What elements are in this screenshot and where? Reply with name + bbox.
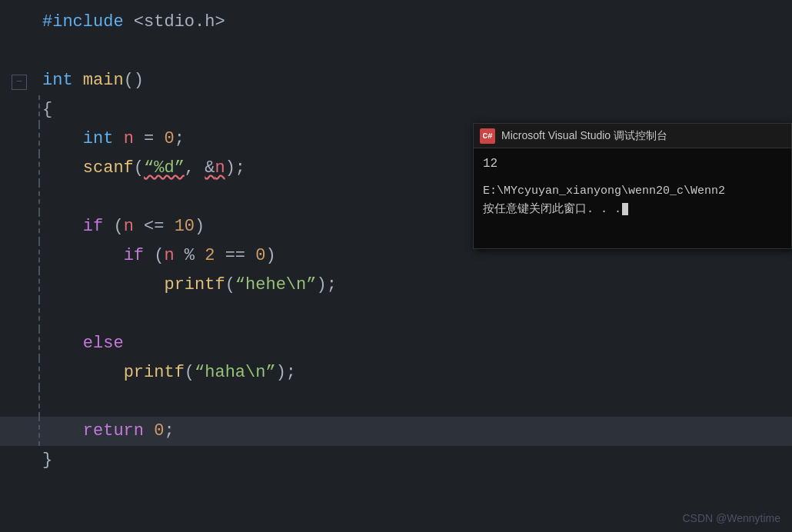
token-scanf: scanf <box>83 158 134 178</box>
code-line-16: } <box>0 446 792 475</box>
collapse-button[interactable]: − <box>12 75 27 90</box>
token-if: if <box>83 217 103 236</box>
line-content-16: } <box>38 447 52 473</box>
line-content-3: int main() <box>38 68 144 93</box>
line-content-4: { <box>38 97 52 122</box>
console-output-1: 12 <box>483 155 782 175</box>
dashed-indent-guide-5 <box>38 125 40 154</box>
code-editor: #include <stdio.h> − int main() { int n … <box>0 0 792 532</box>
line-content-5: int n = 0; <box>38 126 185 151</box>
token-int: int <box>42 71 73 90</box>
line-content-15: return 0; <box>38 418 175 444</box>
dashed-indent-guide-13 <box>38 358 40 387</box>
dashed-indent-guide-12 <box>38 329 40 358</box>
token-include: #include <box>42 12 124 32</box>
console-title: Microsoft Visual Studio 调试控制台 <box>501 129 667 143</box>
token-return: return <box>83 421 144 441</box>
code-line-15: return 0; <box>0 417 792 446</box>
line-content-1: #include <stdio.h> <box>38 9 225 35</box>
line-content-2 <box>38 38 52 64</box>
token-brace-open: { <box>42 100 52 119</box>
dashed-indent-guide <box>38 95 40 125</box>
token-printf-2: printf <box>124 363 185 382</box>
dashed-indent-guide-8 <box>38 212 40 241</box>
token-main: main <box>83 71 124 90</box>
code-line-14 <box>0 387 792 417</box>
token-if-2: if <box>124 246 144 265</box>
token-eq: = <box>144 129 154 148</box>
token-brace-close: } <box>42 451 52 470</box>
line-content-7 <box>38 185 52 210</box>
console-window[interactable]: C# Microsoft Visual Studio 调试控制台 12 E:\M… <box>473 123 792 249</box>
dashed-indent-guide-6 <box>38 154 40 183</box>
console-app-icon: C# <box>480 128 495 144</box>
line-content-14 <box>38 389 52 414</box>
code-line-1: #include <stdio.h> <box>0 8 792 37</box>
line-content-11 <box>38 301 52 327</box>
code-line-11 <box>0 300 792 329</box>
line-content-9: if (n % 2 == 0) <box>38 243 276 268</box>
line-content-13: printf(“haha\n”); <box>38 360 296 385</box>
console-body: 12 E:\MYcyuyan_xianyong\wenn20_c\Wenn2 按… <box>474 148 791 248</box>
token-ampersand-n: &n <box>205 158 225 178</box>
code-line-4: { <box>0 95 792 125</box>
token-int-2: int <box>83 129 114 148</box>
code-line-12: else <box>0 329 792 358</box>
line-content-12: else <box>38 331 124 356</box>
code-line-10: printf(“hehe\n”); <box>0 271 792 300</box>
code-line-2 <box>0 37 792 66</box>
token-n: n <box>124 129 134 148</box>
dashed-indent-guide-14 <box>38 387 40 417</box>
code-line-13: printf(“haha\n”); <box>0 358 792 387</box>
dashed-indent-guide-15 <box>38 417 40 446</box>
token-else: else <box>83 334 124 353</box>
dashed-indent-guide-7 <box>38 183 40 212</box>
console-prompt-text: 按任意键关闭此窗口. . . <box>483 203 621 216</box>
gutter-3: − <box>0 75 38 90</box>
dashed-indent-guide-9 <box>38 241 40 271</box>
line-content-6: scanf(“%d”, &n); <box>38 155 245 181</box>
token-format-str: “%d” <box>144 158 185 178</box>
token-hehe: “hehe\n” <box>235 275 317 294</box>
token-haha: “haha\n” <box>195 363 276 382</box>
console-titlebar: C# Microsoft Visual Studio 调试控制台 <box>474 124 791 148</box>
token-printf: printf <box>164 275 225 294</box>
dashed-indent-guide-11 <box>38 300 40 329</box>
console-output-3: 按任意键关闭此窗口. . . <box>483 201 782 219</box>
token-paren: () <box>124 71 144 90</box>
line-content-10: printf(“hehe\n”); <box>38 272 337 298</box>
cursor <box>622 203 628 215</box>
code-line-3: − int main() <box>0 66 792 95</box>
token-header: <stdio.h> <box>134 12 225 32</box>
dashed-indent-guide-10 <box>38 271 40 300</box>
console-output-2: E:\MYcyuyan_xianyong\wenn20_c\Wenn2 <box>483 182 782 201</box>
token-zero-2: 0 <box>154 421 164 441</box>
watermark: CSDN @Wennytime <box>682 512 780 524</box>
console-icon-label: C# <box>482 131 492 141</box>
watermark-text: CSDN @Wennytime <box>682 512 780 524</box>
token-zero: 0 <box>164 129 174 148</box>
line-content-8: if (n <= 10) <box>38 214 205 239</box>
